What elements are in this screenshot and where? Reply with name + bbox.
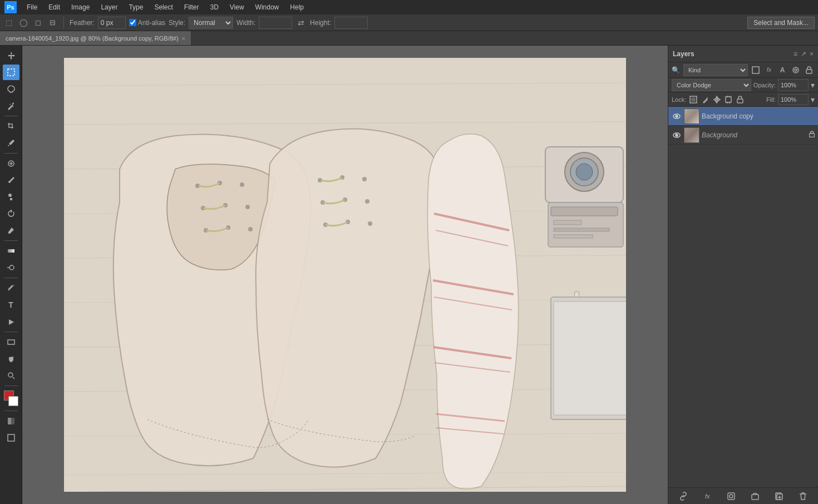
filter-smart-icon[interactable]: [790, 65, 801, 75]
gradient-tool[interactable]: [3, 243, 19, 259]
magic-wand-tool[interactable]: [3, 98, 19, 113]
clone-tool[interactable]: [3, 189, 19, 205]
move-tool[interactable]: [3, 48, 19, 63]
col-marquee-icon[interactable]: ⊟: [47, 17, 58, 28]
lock-draw-icon[interactable]: [700, 95, 710, 105]
feather-input[interactable]: [98, 17, 126, 29]
panel-collapse-icon[interactable]: ≡: [794, 50, 797, 58]
menu-edit[interactable]: Edit: [44, 2, 65, 12]
opacity-chevron-icon[interactable]: ▾: [811, 81, 815, 90]
link-layers-icon[interactable]: [677, 490, 689, 502]
path-selection-tool[interactable]: [3, 314, 19, 329]
ellipse-marquee-icon[interactable]: ◯: [18, 17, 29, 28]
blend-mode-row: Normal Dissolve Darken Multiply Color Bu…: [668, 78, 818, 92]
quick-mask-tool[interactable]: [3, 413, 19, 429]
svg-rect-8: [11, 418, 14, 424]
menu-select[interactable]: Select: [150, 2, 177, 12]
svg-point-23: [240, 182, 244, 187]
svg-rect-52: [551, 207, 618, 216]
height-input[interactable]: [334, 17, 368, 29]
healing-tool[interactable]: [3, 156, 19, 171]
panel-popout-icon[interactable]: ↗: [801, 50, 806, 58]
anti-alias-checkbox[interactable]: [129, 19, 136, 26]
fill-chevron-icon[interactable]: ▾: [811, 95, 815, 104]
style-select[interactable]: Normal Fixed Ratio Fixed Size: [189, 17, 233, 29]
lock-all-icon[interactable]: [735, 95, 745, 105]
svg-point-62: [795, 69, 797, 71]
menu-help[interactable]: Help: [285, 2, 308, 12]
fill-input[interactable]: [778, 94, 809, 105]
panel-header-icons: ≡ ↗ ×: [794, 50, 814, 58]
type-tool[interactable]: T: [3, 297, 19, 313]
filter-lock-icon[interactable]: [804, 65, 815, 75]
menu-window[interactable]: Window: [251, 2, 284, 12]
marquee-tool[interactable]: [3, 65, 19, 80]
svg-rect-60: [752, 67, 759, 73]
zoom-tool[interactable]: [3, 368, 19, 383]
canvas-image[interactable]: [64, 58, 626, 492]
canvas-content: [64, 58, 626, 492]
style-label: Style:: [169, 19, 185, 27]
panel-footer: fx: [668, 487, 818, 504]
delete-layer-icon[interactable]: [797, 490, 809, 502]
panel-title: Layers: [673, 50, 694, 58]
layer-visibility-eye-bg[interactable]: [672, 130, 682, 140]
hand-tool[interactable]: [3, 351, 19, 367]
svg-rect-54: [554, 228, 609, 231]
main-content: T: [0, 46, 818, 504]
blend-mode-select[interactable]: Normal Dissolve Darken Multiply Color Bu…: [672, 79, 751, 91]
layer-item-background-copy[interactable]: Background copy: [668, 107, 818, 126]
menu-file[interactable]: File: [22, 2, 42, 12]
feather-label: Feather:: [70, 19, 95, 27]
svg-point-6: [8, 373, 13, 377]
create-group-icon[interactable]: [749, 490, 761, 502]
add-mask-icon[interactable]: [725, 490, 737, 502]
layers-filter-row: 🔍 Kind Name Effect Mode Attribute Color …: [668, 62, 818, 78]
menu-3d[interactable]: 3D: [205, 2, 223, 12]
menu-layer[interactable]: Layer: [96, 2, 122, 12]
svg-point-26: [245, 205, 250, 209]
brush-tool[interactable]: [3, 172, 19, 188]
opacity-input[interactable]: [778, 79, 809, 91]
select-and-mask-button[interactable]: Select and Mask...: [747, 17, 815, 29]
crop-tool[interactable]: [3, 118, 19, 134]
panel-close-icon[interactable]: ×: [810, 50, 814, 58]
filter-type-icon[interactable]: A: [777, 65, 788, 75]
filter-pixel-icon[interactable]: [750, 65, 761, 75]
rectangle-tool[interactable]: [3, 334, 19, 350]
layer-item-background[interactable]: Background: [668, 126, 818, 145]
ps-logo: Ps: [4, 1, 17, 13]
menu-filter[interactable]: Filter: [180, 2, 204, 12]
width-input[interactable]: [259, 17, 292, 29]
add-effect-icon[interactable]: fx: [701, 490, 713, 502]
screen-mode-tool[interactable]: [3, 430, 19, 446]
rect-marquee-icon[interactable]: ⬚: [3, 17, 14, 28]
svg-rect-70: [737, 99, 743, 103]
menu-image[interactable]: Image: [67, 2, 94, 12]
pen-tool[interactable]: [3, 280, 19, 296]
eraser-tool[interactable]: [3, 223, 19, 238]
lasso-tool[interactable]: [3, 81, 19, 97]
tab-close-icon[interactable]: ×: [182, 35, 185, 42]
layer-visibility-eye[interactable]: [672, 111, 682, 121]
eyedropper-tool[interactable]: [3, 135, 19, 151]
lock-artboard-icon[interactable]: [723, 95, 733, 105]
lock-pixel-icon[interactable]: [688, 95, 698, 105]
tab-bar: camera-1840054_1920.jpg @ 80% (Backgroun…: [0, 31, 818, 46]
swap-icon[interactable]: ⇄: [295, 17, 307, 28]
svg-point-61: [793, 67, 799, 73]
lock-move-icon[interactable]: [712, 95, 722, 105]
layer-thumbnail-background-copy: [684, 108, 699, 124]
background-color[interactable]: [8, 396, 18, 406]
new-layer-icon[interactable]: [773, 490, 785, 502]
canvas-area[interactable]: [22, 46, 668, 504]
dodge-tool[interactable]: [3, 260, 19, 275]
lasso-marquee-icon[interactable]: ◻: [32, 17, 43, 28]
history-tool[interactable]: [3, 206, 19, 221]
lock-icons: [688, 95, 764, 105]
menu-view[interactable]: View: [225, 2, 249, 12]
menu-type[interactable]: Type: [124, 2, 147, 12]
filter-kind-select[interactable]: Kind Name Effect Mode Attribute Color: [683, 64, 748, 76]
document-tab[interactable]: camera-1840054_1920.jpg @ 80% (Backgroun…: [0, 31, 191, 45]
filter-fx-icon[interactable]: fx: [763, 65, 775, 75]
